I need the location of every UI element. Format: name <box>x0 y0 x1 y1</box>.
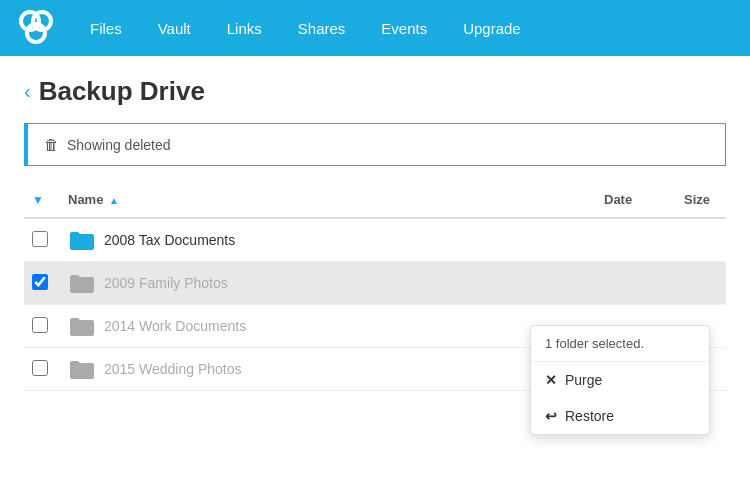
folder-icon <box>68 229 96 251</box>
restore-icon: ↩ <box>545 408 557 424</box>
row-date-cell <box>596 262 676 305</box>
row-name-cell: 2015 Wedding Photos <box>60 348 596 391</box>
context-menu-restore[interactable]: ↩ Restore <box>531 398 709 434</box>
table-header-row: ▼ Name ▲ Date Size <box>24 182 726 218</box>
row-date-cell <box>596 218 676 262</box>
nav-vault[interactable]: Vault <box>140 0 209 56</box>
sort-arrow-icon: ▲ <box>109 195 119 206</box>
back-button[interactable]: ‹ <box>24 80 31 103</box>
row-checkbox-cell <box>24 348 60 391</box>
th-checkbox: ▼ <box>24 182 60 218</box>
file-checkbox[interactable] <box>32 317 48 333</box>
nav-shares[interactable]: Shares <box>280 0 364 56</box>
nav-links: Files Vault Links Shares Events Upgrade <box>72 0 539 56</box>
table-row: 2008 Tax Documents <box>24 218 726 262</box>
nav-upgrade[interactable]: Upgrade <box>445 0 539 56</box>
trash-icon: 🗑 <box>44 136 59 153</box>
restore-label: Restore <box>565 408 614 424</box>
row-name-cell: 2008 Tax Documents <box>60 218 596 262</box>
file-checkbox[interactable] <box>32 274 48 290</box>
info-bar: 🗑 Showing deleted <box>24 123 726 166</box>
purge-icon: ✕ <box>545 372 557 388</box>
nav-events[interactable]: Events <box>363 0 445 56</box>
table-row: 2009 Family Photos <box>24 262 726 305</box>
th-name[interactable]: Name ▲ <box>60 182 596 218</box>
nav-links-item[interactable]: Links <box>209 0 280 56</box>
file-name[interactable]: 2014 Work Documents <box>104 318 246 334</box>
col-name-label: Name <box>68 192 103 207</box>
row-size-cell <box>676 262 726 305</box>
page-header: ‹ Backup Drive <box>24 76 726 107</box>
row-checkbox-cell <box>24 262 60 305</box>
filter-icon[interactable]: ▼ <box>32 193 44 207</box>
folder-icon <box>68 315 96 337</box>
context-menu-header: 1 folder selected. <box>531 326 709 362</box>
nav-files[interactable]: Files <box>72 0 140 56</box>
file-name[interactable]: 2008 Tax Documents <box>104 232 235 248</box>
file-checkbox[interactable] <box>32 360 48 376</box>
page-title: Backup Drive <box>39 76 205 107</box>
file-name[interactable]: 2009 Family Photos <box>104 275 228 291</box>
row-size-cell <box>676 218 726 262</box>
info-text: Showing deleted <box>67 137 171 153</box>
folder-icon <box>68 358 96 380</box>
context-menu-purge[interactable]: ✕ Purge <box>531 362 709 398</box>
th-size[interactable]: Size <box>676 182 726 218</box>
purge-label: Purge <box>565 372 602 388</box>
app-logo[interactable] <box>16 7 56 50</box>
file-checkbox[interactable] <box>32 231 48 247</box>
row-checkbox-cell <box>24 218 60 262</box>
th-date[interactable]: Date <box>596 182 676 218</box>
file-name[interactable]: 2015 Wedding Photos <box>104 361 242 377</box>
navbar: Files Vault Links Shares Events Upgrade <box>0 0 750 56</box>
row-name-cell: 2009 Family Photos <box>60 262 596 305</box>
row-name-cell: 2014 Work Documents <box>60 305 596 348</box>
row-checkbox-cell <box>24 305 60 348</box>
folder-icon <box>68 272 96 294</box>
context-menu: 1 folder selected. ✕ Purge ↩ Restore <box>530 325 710 435</box>
